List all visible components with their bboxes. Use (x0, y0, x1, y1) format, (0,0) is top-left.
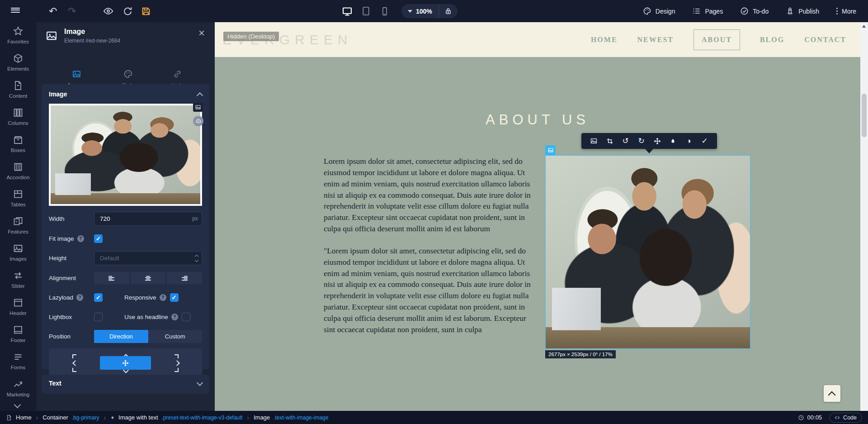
nav-contact[interactable]: CONTACT (804, 36, 846, 44)
help-icon[interactable]: ? (76, 294, 83, 301)
lazyload-checkbox[interactable]: ✓ (94, 293, 103, 302)
menu-todo[interactable]: To-do (740, 7, 769, 15)
rotate-ccw-icon[interactable]: ↺ (620, 137, 631, 145)
menu-more[interactable]: More (836, 8, 856, 15)
nav-home[interactable]: HOME (591, 36, 618, 44)
height-input[interactable] (94, 251, 202, 265)
refresh-icon[interactable] (123, 0, 132, 22)
menu-pages[interactable]: Pages (692, 7, 723, 15)
table-icon (13, 189, 24, 200)
sidebar-item-slider[interactable]: Slider (0, 270, 36, 289)
move-down-button[interactable] (123, 368, 128, 373)
image-preview[interactable] (49, 104, 202, 206)
text-section-header[interactable]: Text (49, 380, 202, 387)
device-desktop-icon[interactable] (342, 0, 353, 22)
fit-image-label: Fit image (49, 235, 74, 242)
code-button[interactable]: Code (829, 413, 862, 423)
stepper-arrows[interactable] (195, 254, 198, 262)
lightbox-checkbox[interactable] (94, 313, 103, 321)
sidebar-item-images[interactable]: Images (0, 243, 36, 262)
sidebar-item-tables[interactable]: Tables (0, 189, 36, 207)
scrollbar-up-arrow[interactable] (862, 25, 866, 28)
hamburger-menu-icon[interactable] (11, 6, 20, 14)
sidebar-item-content[interactable]: Content (0, 80, 36, 99)
cloud-download-icon[interactable] (193, 116, 203, 126)
clock-icon (798, 414, 804, 421)
sidebar-item-favorites[interactable]: Favorites (0, 26, 36, 44)
sidebar-item-marketing[interactable]: Marketing (0, 379, 36, 397)
trending-up-icon (13, 379, 24, 390)
about-us-heading[interactable]: ABOUT US (215, 112, 860, 128)
height-label: Height (49, 255, 94, 262)
position-custom-button[interactable]: Custom (148, 330, 203, 343)
save-icon[interactable] (141, 0, 151, 22)
rotate-cw-icon[interactable]: ↻ (636, 137, 647, 145)
fit-image-checkbox[interactable]: ✓ (94, 234, 103, 243)
responsive-checkbox[interactable]: ✓ (170, 293, 179, 302)
move-left-button[interactable] (72, 361, 76, 365)
menu-publish[interactable]: Publish (786, 7, 819, 15)
move-right-button[interactable] (175, 361, 179, 365)
topbar-menu: Design Pages To-do Publish More (643, 0, 856, 22)
sidebar-item-header[interactable]: Header (0, 297, 36, 316)
device-tablet-icon[interactable] (361, 0, 371, 22)
scroll-to-top-button[interactable] (824, 385, 840, 402)
redo-icon[interactable]: ↷ (68, 0, 76, 22)
crop-icon[interactable] (604, 138, 615, 145)
width-input[interactable] (94, 212, 202, 226)
breadcrumb-home[interactable]: Home (6, 414, 32, 421)
move-bottom-left-button[interactable] (72, 368, 76, 372)
zoom-dropdown[interactable]: 100% (401, 8, 439, 15)
image-icon[interactable] (589, 137, 599, 145)
breadcrumb-container[interactable]: Container .bg-primary (42, 414, 99, 421)
breadcrumb-image-with-text[interactable]: Image with text .preset-text-with-image-… (110, 414, 242, 421)
sidebar-scroll-chevron-icon[interactable] (14, 402, 20, 408)
image-edit-toolbar: ↺ ↻ ◑ ✓ (581, 133, 717, 149)
cube-icon (13, 53, 24, 64)
text-section-card: Text (42, 375, 209, 394)
scrollbar-thumb[interactable] (862, 94, 867, 137)
sidebar-item-columns[interactable]: Columns (0, 107, 36, 126)
device-mobile-icon[interactable] (380, 0, 390, 22)
align-center-button[interactable] (131, 272, 166, 284)
nav-newest[interactable]: NEWEST (637, 36, 674, 44)
preview-eye-icon[interactable] (103, 0, 113, 22)
sidebar-item-footer[interactable]: Footer (0, 324, 36, 343)
contrast-icon[interactable]: ◑ (684, 137, 694, 145)
breadcrumb-image[interactable]: Image .text-with-image-image (254, 414, 329, 421)
confirm-check-icon[interactable]: ✓ (699, 137, 710, 145)
use-as-headline-checkbox[interactable] (182, 313, 190, 321)
align-left-button[interactable] (94, 272, 129, 284)
move-top-left-button[interactable] (72, 354, 76, 358)
nav-blog[interactable]: BLOG (760, 36, 784, 44)
move-top-right-button[interactable] (175, 354, 179, 358)
image-type-badge-icon[interactable] (545, 145, 556, 155)
move-bottom-right-button[interactable] (175, 368, 179, 372)
help-icon[interactable]: ? (77, 235, 84, 242)
droplet-icon[interactable] (668, 138, 679, 144)
sidebar-item-elements[interactable]: Elements (0, 53, 36, 71)
selected-image-element[interactable]: 2677px × 2539px / 0° / 17% (545, 155, 750, 349)
help-icon[interactable]: ? (171, 314, 178, 320)
resize-move-icon[interactable] (652, 138, 663, 145)
position-direction-button[interactable]: Direction (94, 330, 148, 343)
about-text-block[interactable]: Lorem ipsum dolor sit amet, consectetur … (324, 156, 531, 335)
sidebar-item-boxes[interactable]: Boxes (0, 134, 36, 153)
panel-element-id: Element #ed-new-2684 (64, 38, 120, 44)
lock-button[interactable] (439, 7, 458, 15)
align-left-icon (107, 274, 116, 282)
image-section-header[interactable]: Image (49, 91, 202, 98)
sidebar-item-accordion[interactable]: Accordion (0, 162, 36, 180)
panel-title: Image (64, 28, 120, 36)
close-icon[interactable]: × (198, 28, 205, 38)
help-icon[interactable]: ? (160, 294, 166, 301)
replace-image-icon[interactable] (193, 103, 203, 112)
align-right-button[interactable] (167, 272, 202, 284)
nav-about[interactable]: ABOUT (693, 29, 740, 50)
footer-layout-icon (13, 324, 24, 335)
sidebar-item-forms[interactable]: Forms (0, 352, 36, 370)
sidebar-item-features[interactable]: Features (0, 216, 36, 234)
breadcrumb-separator: › (247, 414, 249, 421)
menu-design[interactable]: Design (643, 7, 675, 15)
undo-icon[interactable]: ↶ (49, 0, 57, 22)
